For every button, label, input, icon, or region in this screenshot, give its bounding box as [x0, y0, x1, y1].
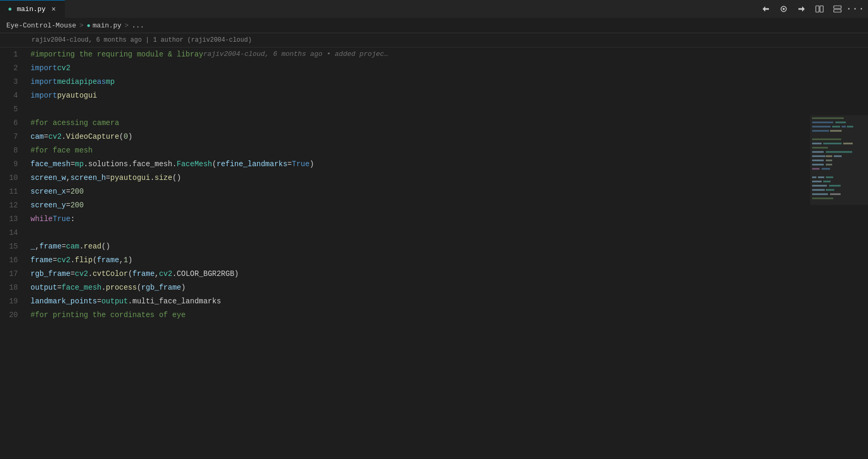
token: screen_y [31, 198, 66, 212]
file-icon: ● [6, 6, 14, 13]
tab-main-py[interactable]: ● main.py × [0, 0, 65, 18]
token: . [172, 267, 177, 281]
code-line-8[interactable]: #for face mesh [31, 144, 810, 157]
code-line-19[interactable]: landmark_points = output.multi_face_land… [31, 294, 810, 308]
breadcrumb: Eye-Control-Mouse > ● main.py > ... [0, 18, 868, 33]
token: () [101, 240, 110, 253]
code-line-15[interactable]: _, frame = cam.read() [31, 240, 810, 253]
token: ) [309, 157, 314, 171]
token: = [97, 294, 101, 308]
code-line-7[interactable]: cam = cv2.VideoCapture(0) [31, 130, 810, 144]
code-line-4[interactable]: import pyautogui [31, 89, 810, 102]
line-number-19: 19 [0, 294, 18, 308]
code-line-3[interactable]: import mediapipe as mp [31, 75, 810, 89]
token: while [31, 212, 53, 226]
code-line-5[interactable] [31, 102, 810, 116]
line-number-14: 14 [0, 226, 18, 240]
code-line-2[interactable]: import cv2 [31, 61, 810, 75]
code-line-10[interactable]: screen_w, screen_h = pyautogui.size() [31, 171, 810, 185]
token: _ [31, 240, 35, 253]
svg-rect-43 [810, 116, 868, 205]
token: = [106, 171, 110, 185]
go-back-icon[interactable] [759, 3, 772, 15]
code-line-11[interactable]: screen_x = 200 [31, 185, 810, 198]
line-numbers: 1234567891011121314151617181920 [0, 47, 26, 457]
token: . [88, 267, 92, 281]
code-line-6[interactable]: #for acessing camera [31, 116, 810, 130]
line-number-4: 4 [0, 89, 18, 102]
token: . [71, 253, 75, 267]
code-editor[interactable]: #importing the requring module & libray … [26, 47, 810, 457]
code-line-1[interactable]: #importing the requring module & libray … [31, 47, 810, 61]
token: cvtColor [93, 267, 128, 281]
token: cv2 [57, 253, 70, 267]
token: ( [137, 281, 141, 294]
breadcrumb-repo[interactable]: Eye-Control-Mouse [6, 22, 76, 30]
code-line-9[interactable]: face_mesh = mp.solutions.face_mesh.FaceM… [31, 157, 810, 171]
code-line-16[interactable]: frame = cv2.flip(frame, 1) [31, 253, 810, 267]
breadcrumb-sep-1: > [80, 22, 84, 30]
line-number-13: 13 [0, 212, 18, 226]
token: landmark_points [31, 294, 97, 308]
token: rgb_frame [31, 267, 71, 281]
go-forward-icon[interactable] [795, 3, 808, 15]
editor-toolbar: ··· [759, 3, 868, 15]
more-actions-icon[interactable]: ··· [849, 3, 862, 15]
svg-point-1 [783, 8, 785, 10]
line-number-6: 6 [0, 116, 18, 130]
code-line-13[interactable]: while True: [31, 212, 810, 226]
blame-header: rajiv2004-cloud, 6 months ago | 1 author… [0, 33, 868, 47]
token: 1 [123, 253, 128, 267]
token: ) [235, 267, 239, 281]
token: = [44, 130, 48, 144]
file-dot-icon: ● [86, 22, 90, 30]
token: refine_landmarks [217, 157, 287, 171]
token: = [71, 157, 75, 171]
breadcrumb-file[interactable]: main.py [93, 22, 122, 30]
token: ( [212, 157, 217, 171]
go-to-icon[interactable] [777, 3, 790, 15]
code-line-14[interactable] [31, 226, 810, 240]
token: ) [181, 281, 186, 294]
minimap[interactable] [810, 47, 868, 457]
tab-close-button[interactable]: × [49, 5, 58, 14]
token: . [128, 157, 132, 171]
code-line-12[interactable]: screen_y = 200 [31, 198, 810, 212]
token: 0 [123, 130, 128, 144]
token: mediapipe [57, 75, 97, 89]
code-line-18[interactable]: output = face_mesh.process(rgb_frame) [31, 281, 810, 294]
token: , [119, 253, 123, 267]
editor-container: 1234567891011121314151617181920 #importi… [0, 47, 868, 457]
split-editor-icon[interactable] [813, 3, 826, 15]
token: face_mesh [62, 281, 102, 294]
breadcrumb-more[interactable]: ... [132, 22, 144, 30]
line-number-9: 9 [0, 157, 18, 171]
token: cam [31, 130, 44, 144]
token: : [71, 212, 75, 226]
blame-annotation: rajiv2004-cloud, 6 months ago • added pr… [203, 47, 467, 61]
svg-rect-5 [834, 9, 841, 12]
token: , [66, 171, 70, 185]
token: size [154, 171, 172, 185]
line-number-11: 11 [0, 185, 18, 198]
line-number-3: 3 [0, 75, 18, 89]
token: COLOR_BGR2RGB [177, 267, 234, 281]
line-number-12: 12 [0, 198, 18, 212]
token: rgb_frame [141, 281, 181, 294]
token: () [172, 171, 181, 185]
token: = [287, 157, 291, 171]
token: output [101, 294, 128, 308]
line-number-8: 8 [0, 144, 18, 157]
code-line-17[interactable]: rgb_frame = cv2.cvtColor(frame, cv2.COLO… [31, 267, 810, 281]
token: face_mesh [132, 157, 172, 171]
layout-icon[interactable] [831, 3, 844, 15]
token: read [84, 240, 102, 253]
tab-bar: ● main.py × ··· [0, 0, 868, 18]
token: screen_h [71, 171, 106, 185]
token: . [150, 171, 154, 185]
token: . [101, 281, 105, 294]
code-line-20[interactable]: #for printing the cordinates of eye [31, 308, 810, 322]
token: output [31, 281, 57, 294]
tab-filename: main.py [17, 5, 46, 13]
token: frame [97, 253, 119, 267]
